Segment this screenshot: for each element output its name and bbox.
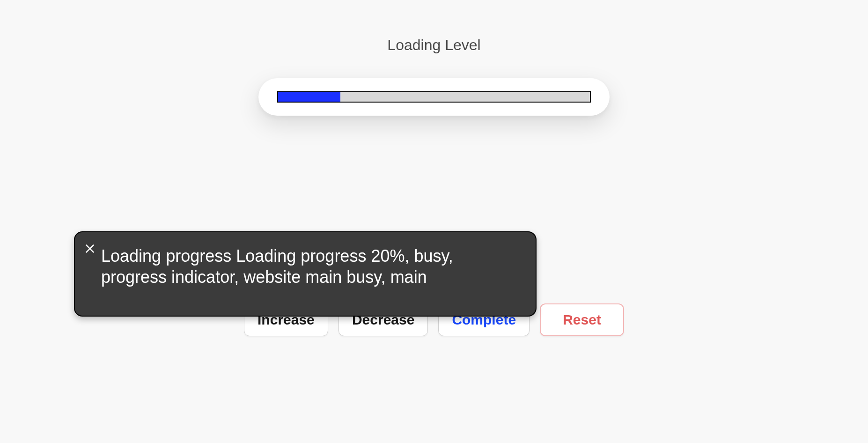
accessibility-tooltip: Loading progress Loading progress 20%, b… <box>74 231 537 317</box>
close-icon[interactable] <box>83 239 96 252</box>
tooltip-text: Loading progress Loading progress 20%, b… <box>101 244 519 288</box>
reset-button[interactable]: Reset <box>540 303 624 336</box>
progress-bar-fill <box>278 92 340 102</box>
page-title: Loading Level <box>0 0 868 54</box>
progress-card <box>258 78 610 116</box>
progress-bar[interactable] <box>277 91 591 103</box>
